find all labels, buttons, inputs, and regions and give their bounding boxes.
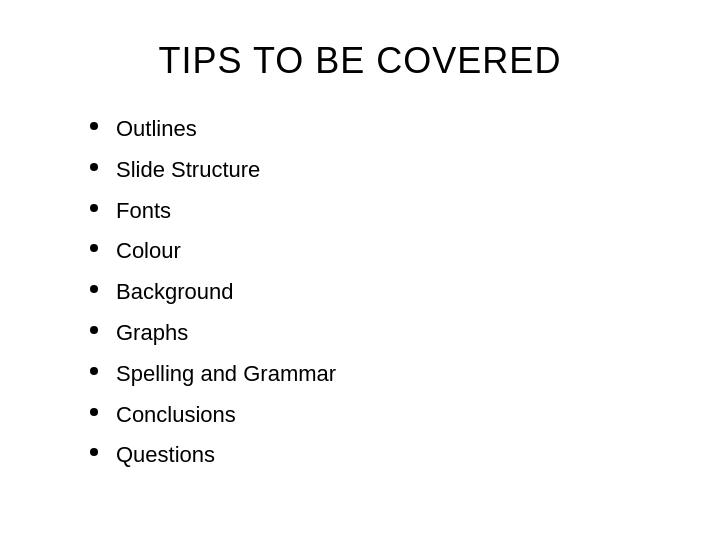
list-item: Colour xyxy=(90,236,660,267)
list-item-label: Questions xyxy=(116,440,215,471)
slide: TIPS TO BE COVERED OutlinesSlide Structu… xyxy=(0,0,720,540)
bullet-dot-icon xyxy=(90,448,98,456)
list-item: Slide Structure xyxy=(90,155,660,186)
list-item-label: Graphs xyxy=(116,318,188,349)
bullet-dot-icon xyxy=(90,204,98,212)
list-item: Graphs xyxy=(90,318,660,349)
list-item: Fonts xyxy=(90,196,660,227)
list-item-label: Background xyxy=(116,277,233,308)
list-item: Questions xyxy=(90,440,660,471)
list-item-label: Spelling and Grammar xyxy=(116,359,336,390)
bullet-dot-icon xyxy=(90,326,98,334)
list-item: Outlines xyxy=(90,114,660,145)
slide-title: TIPS TO BE COVERED xyxy=(60,40,660,82)
list-item-label: Colour xyxy=(116,236,181,267)
bullet-list: OutlinesSlide StructureFontsColourBackgr… xyxy=(90,114,660,481)
list-item-label: Conclusions xyxy=(116,400,236,431)
bullet-dot-icon xyxy=(90,367,98,375)
bullet-dot-icon xyxy=(90,122,98,130)
list-item: Spelling and Grammar xyxy=(90,359,660,390)
list-item-label: Outlines xyxy=(116,114,197,145)
bullet-dot-icon xyxy=(90,408,98,416)
list-item-label: Fonts xyxy=(116,196,171,227)
bullet-dot-icon xyxy=(90,285,98,293)
list-item-label: Slide Structure xyxy=(116,155,260,186)
bullet-dot-icon xyxy=(90,163,98,171)
list-item: Conclusions xyxy=(90,400,660,431)
list-item: Background xyxy=(90,277,660,308)
bullet-dot-icon xyxy=(90,244,98,252)
